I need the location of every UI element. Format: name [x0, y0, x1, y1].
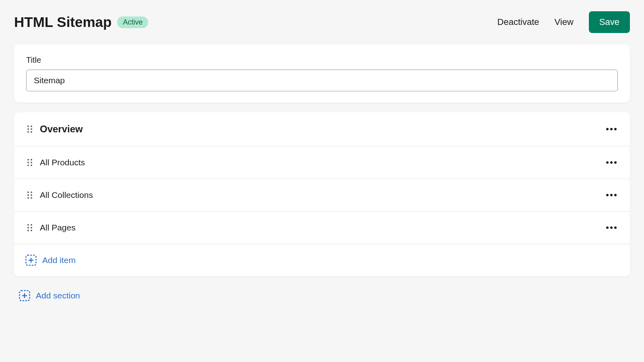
add-dashed-icon — [19, 290, 30, 301]
svg-point-5 — [31, 131, 32, 133]
drag-handle-icon[interactable] — [27, 158, 33, 167]
svg-point-30 — [31, 227, 32, 228]
section-title: Overview — [40, 123, 606, 135]
add-item-button[interactable]: Add item — [14, 244, 630, 276]
svg-point-35 — [614, 226, 617, 229]
drag-handle-icon[interactable] — [27, 191, 33, 199]
svg-point-22 — [27, 197, 29, 199]
more-menu-icon[interactable] — [606, 161, 617, 164]
svg-point-24 — [606, 194, 609, 196]
title-field-label: Title — [26, 56, 618, 65]
list-item: All Products — [14, 146, 630, 179]
svg-point-25 — [610, 194, 613, 196]
title-card: Title — [14, 44, 630, 103]
svg-point-33 — [606, 226, 609, 229]
svg-point-3 — [31, 128, 32, 130]
add-section-label: Add section — [36, 291, 80, 300]
more-menu-icon[interactable] — [606, 226, 617, 229]
section-header: Overview — [14, 112, 630, 146]
page-header: HTML Sitemap Active Deactivate View Save — [14, 11, 630, 33]
svg-point-0 — [27, 125, 29, 127]
header-actions: Deactivate View Save — [497, 11, 630, 33]
svg-point-28 — [31, 224, 32, 226]
title-input[interactable] — [26, 70, 618, 91]
svg-point-15 — [606, 161, 609, 164]
svg-point-1 — [31, 125, 32, 127]
svg-point-14 — [31, 165, 32, 166]
svg-point-2 — [27, 128, 29, 130]
page-title: HTML Sitemap — [14, 14, 111, 30]
svg-point-7 — [610, 128, 613, 130]
svg-point-13 — [27, 165, 29, 166]
svg-point-26 — [614, 194, 617, 196]
item-label: All Collections — [40, 190, 606, 200]
svg-point-21 — [31, 194, 32, 196]
drag-handle-icon[interactable] — [27, 125, 33, 133]
item-label: All Pages — [40, 223, 606, 232]
add-section-button[interactable]: Add section — [14, 286, 630, 305]
svg-point-17 — [614, 161, 617, 164]
svg-point-20 — [27, 194, 29, 196]
svg-point-27 — [27, 224, 29, 226]
list-item: All Pages — [14, 212, 630, 244]
svg-point-16 — [610, 161, 613, 164]
save-button[interactable]: Save — [589, 11, 630, 33]
more-menu-icon[interactable] — [606, 128, 617, 131]
svg-point-9 — [27, 159, 29, 160]
section-card: Overview All Products — [14, 112, 630, 276]
svg-point-18 — [27, 191, 29, 193]
status-badge: Active — [117, 16, 148, 28]
list-item: All Collections — [14, 179, 630, 212]
add-item-label: Add item — [42, 255, 76, 265]
svg-point-8 — [614, 128, 617, 130]
drag-handle-icon[interactable] — [27, 224, 33, 232]
item-label: All Products — [40, 158, 606, 167]
svg-point-34 — [610, 226, 613, 229]
svg-point-31 — [27, 230, 29, 231]
more-menu-icon[interactable] — [606, 193, 617, 197]
svg-point-4 — [27, 131, 29, 133]
header-left: HTML Sitemap Active — [14, 14, 148, 30]
svg-point-29 — [27, 227, 29, 228]
add-dashed-icon — [25, 255, 37, 266]
svg-point-19 — [31, 191, 32, 193]
view-button[interactable]: View — [555, 17, 574, 27]
svg-point-11 — [27, 162, 29, 163]
deactivate-button[interactable]: Deactivate — [497, 17, 539, 27]
svg-point-32 — [31, 230, 32, 231]
svg-point-12 — [31, 162, 32, 163]
svg-point-6 — [606, 128, 609, 130]
svg-point-10 — [31, 159, 32, 160]
svg-point-23 — [31, 197, 32, 199]
